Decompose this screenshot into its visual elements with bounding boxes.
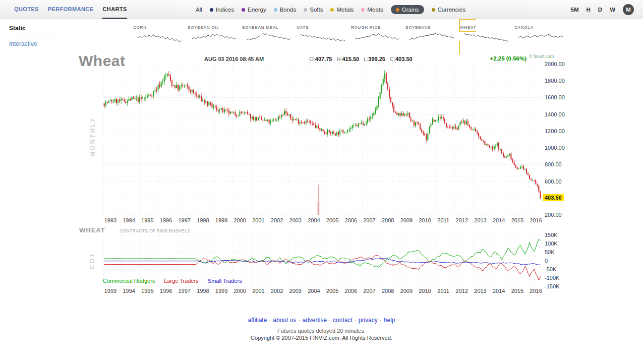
thumbnail-corn[interactable]: CORN xyxy=(132,22,187,53)
tab-performance[interactable]: PERFORMANCE xyxy=(48,0,94,19)
delay-notice: Futures quotes delayed 20 minutes. xyxy=(0,328,643,334)
footer-link-advertise[interactable]: advertise xyxy=(302,317,327,324)
svg-text:50K: 50K xyxy=(545,249,555,255)
filter-bonds[interactable]: Bonds xyxy=(274,7,297,13)
high-value: 415.50 xyxy=(342,56,360,62)
soybeans-sparkline xyxy=(410,31,454,44)
thumbnail-canola[interactable]: CANOLA xyxy=(513,22,568,53)
svg-text:1999: 1999 xyxy=(215,288,227,294)
filter-grains[interactable]: Grains xyxy=(391,5,424,14)
svg-text:2014: 2014 xyxy=(493,217,505,223)
svg-text:2005: 2005 xyxy=(326,217,338,223)
svg-text:2000: 2000 xyxy=(233,217,246,223)
svg-text:2011: 2011 xyxy=(437,288,449,294)
meats-dot-icon xyxy=(361,8,365,12)
cot-contract-spec: CONTRACTS OF 5000 BUSHELS xyxy=(120,228,190,233)
thumbnail-oats-box: OATS xyxy=(296,19,350,54)
svg-text:-100K: -100K xyxy=(545,275,560,281)
footer-links: affiliate·about us·advertise·contact·pri… xyxy=(0,317,643,324)
cot-legend: Commercial Hedgers Large Traders Small T… xyxy=(103,278,242,284)
filter-meats[interactable]: Meats xyxy=(361,7,383,13)
timeframe-5m[interactable]: 5M xyxy=(571,7,579,13)
cot-section-title: WHEAT xyxy=(79,226,105,234)
thumbnail-canola-box: CANOLA xyxy=(513,19,568,54)
rough-rice-sparkline xyxy=(355,31,399,44)
svg-text:2012: 2012 xyxy=(456,217,468,223)
svg-text:2013: 2013 xyxy=(474,217,486,223)
footer-link-affiliate[interactable]: affiliate xyxy=(248,317,267,324)
svg-text:2005: 2005 xyxy=(326,288,338,294)
svg-text:2007: 2007 xyxy=(363,288,375,294)
svg-text:2008: 2008 xyxy=(382,288,394,294)
thumbnail-corn-label: CORN xyxy=(133,25,147,30)
timeframe-daily[interactable]: D xyxy=(598,7,602,13)
thumbnail-soybean-meal[interactable]: SOYBEAN MEAL xyxy=(241,22,296,53)
timeframe-hourly[interactable]: H xyxy=(587,7,591,13)
filter-softs[interactable]: Softs xyxy=(304,7,323,13)
svg-text:2006: 2006 xyxy=(345,288,357,294)
filter-grains-label: Grains xyxy=(402,7,419,13)
sidebar-item-static[interactable]: Static xyxy=(9,25,57,36)
svg-text:2000.00: 2000.00 xyxy=(545,61,565,67)
finviz-futures-charts-page: 200.00400.00600.00800.001000.001200.0014… xyxy=(0,0,643,364)
thumbnail-wheat[interactable]: WHEAT xyxy=(459,22,513,53)
filter-currencies-label: Currencies xyxy=(438,7,466,13)
ohlc-low: L:399.25 xyxy=(364,56,385,62)
filter-indices[interactable]: Indices xyxy=(210,7,234,13)
sidebar-item-interactive[interactable]: Interactive xyxy=(9,40,70,47)
footer-link-help[interactable]: help xyxy=(384,317,395,324)
currencies-dot-icon xyxy=(432,8,435,12)
svg-text:100K: 100K xyxy=(545,240,558,247)
chart-timestamp: AUG 03 2016 08:45 AM xyxy=(204,56,264,62)
chart-type-sidebar: Static Interactive xyxy=(9,25,70,47)
svg-text:1200.00: 1200.00 xyxy=(545,128,565,134)
nav-tabs: QUOTES PERFORMANCE CHARTS xyxy=(14,0,127,19)
copyright-notice: Copyright © 2007-2015 FINVIZ.com. All Ri… xyxy=(0,335,643,341)
canola-sparkline xyxy=(518,31,563,44)
tab-quotes[interactable]: QUOTES xyxy=(14,0,39,19)
thumbnail-rough-rice-label: ROUGH RICE xyxy=(351,25,381,30)
thumbnail-rough-rice[interactable]: ROUGH RICE xyxy=(350,22,404,53)
filter-energy-label: Energy xyxy=(248,7,266,13)
svg-text:2001: 2001 xyxy=(252,217,264,223)
high-label: H: xyxy=(337,56,342,62)
timeframe-weekly[interactable]: W xyxy=(610,7,615,13)
filter-indices-label: Indices xyxy=(216,7,234,13)
svg-text:1994: 1994 xyxy=(123,288,135,294)
timeframe-monthly[interactable]: M xyxy=(623,4,634,15)
svg-text:2010: 2010 xyxy=(419,288,431,294)
thumbnail-oats[interactable]: OATS xyxy=(296,22,350,53)
filter-metals[interactable]: Metals xyxy=(330,7,354,13)
ohlc-close: C:403.50 xyxy=(390,56,413,62)
chart-header: AUG 03 2016 08:45 AM O:407.75 H:415.50 L… xyxy=(204,56,417,62)
svg-text:2016: 2016 xyxy=(530,217,542,223)
thumbnail-soybean-oil-box: SOYBEAN OIL xyxy=(187,19,241,54)
thumbnail-soybean-oil[interactable]: SOYBEAN OIL xyxy=(187,22,241,53)
svg-text:-150K: -150K xyxy=(545,283,560,289)
filter-currencies[interactable]: Currencies xyxy=(432,7,466,13)
footer-link-about-us[interactable]: about us xyxy=(273,317,296,324)
filter-all[interactable]: All xyxy=(196,7,202,13)
svg-text:1995: 1995 xyxy=(141,288,153,294)
thumbnail-soybeans[interactable]: SOYBEANS xyxy=(404,22,459,53)
thumbnail-soybean-oil-label: SOYBEAN OIL xyxy=(188,25,219,30)
price-change: +2.25 (0.56%) xyxy=(480,55,527,62)
thumbnail-oats-label: OATS xyxy=(297,25,309,30)
ohlc-high: H:415.50 xyxy=(337,56,360,62)
svg-text:1995: 1995 xyxy=(141,217,153,223)
thumbnail-soybeans-label: SOYBEANS xyxy=(405,25,431,30)
tab-charts[interactable]: CHARTS xyxy=(102,0,127,19)
close-label: C: xyxy=(390,56,395,62)
filter-energy[interactable]: Energy xyxy=(242,7,266,13)
footer-separator: · xyxy=(298,317,300,324)
contract-thumbnails: CORN SOYBEAN OIL SOYBEAN MEAL OATS ROUGH… xyxy=(132,22,568,53)
svg-text:2007: 2007 xyxy=(363,217,375,223)
footer-link-privacy[interactable]: privacy xyxy=(359,317,378,324)
filter-bonds-label: Bonds xyxy=(280,7,297,13)
footer-link-contact[interactable]: contact xyxy=(333,317,353,324)
svg-text:2003: 2003 xyxy=(289,217,302,223)
svg-text:1993: 1993 xyxy=(104,288,116,294)
svg-text:1996: 1996 xyxy=(160,217,172,223)
svg-text:1994: 1994 xyxy=(123,217,135,223)
svg-text:2000: 2000 xyxy=(233,288,246,294)
